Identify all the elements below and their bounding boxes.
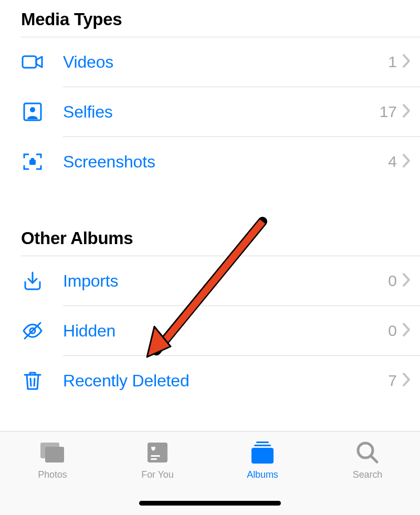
row-label: Recently Deleted	[63, 371, 388, 391]
row-videos[interactable]: Videos 1	[0, 37, 420, 87]
tab-search[interactable]: Search	[315, 439, 420, 480]
chevron-right-icon	[402, 322, 411, 339]
trash-icon	[21, 369, 63, 392]
chevron-right-icon	[402, 54, 411, 70]
row-label: Hidden	[63, 321, 388, 341]
svg-rect-3	[29, 160, 36, 165]
svg-point-2	[30, 107, 35, 112]
hidden-eye-icon	[21, 319, 63, 342]
row-count: 0	[388, 272, 397, 290]
svg-rect-18	[151, 458, 157, 460]
svg-line-7	[30, 379, 31, 386]
photos-icon	[38, 439, 67, 466]
row-count: 1	[388, 53, 397, 71]
tab-label: Search	[353, 469, 382, 480]
search-icon	[355, 439, 380, 466]
screenshot-icon	[21, 150, 63, 173]
row-screenshots[interactable]: Screenshots 4	[0, 137, 420, 186]
tab-for-you[interactable]: For You	[105, 439, 210, 480]
svg-rect-21	[251, 448, 274, 464]
import-icon	[21, 269, 63, 292]
row-recently-deleted[interactable]: Recently Deleted 7	[0, 356, 420, 405]
svg-line-8	[34, 379, 35, 386]
svg-rect-17	[151, 455, 160, 457]
chevron-right-icon	[402, 153, 411, 170]
selfie-icon	[21, 100, 63, 123]
tab-photos[interactable]: Photos	[0, 439, 105, 480]
row-selfies[interactable]: Selfies 17	[0, 87, 420, 136]
video-camera-icon	[21, 50, 63, 73]
svg-rect-19	[256, 442, 269, 443]
tab-albums[interactable]: Albums	[210, 439, 315, 480]
for-you-icon	[145, 439, 170, 466]
svg-rect-16	[148, 443, 167, 463]
tabbar: Photos For You Albums	[0, 431, 420, 515]
row-label: Imports	[63, 271, 388, 291]
home-indicator[interactable]	[139, 501, 281, 506]
row-count: 7	[388, 372, 397, 390]
albums-icon	[249, 439, 276, 466]
svg-rect-15	[45, 447, 64, 463]
svg-rect-0	[23, 56, 36, 68]
chevron-right-icon	[402, 372, 411, 389]
tab-label: Albums	[247, 469, 278, 480]
section-header-media-types: Media Types	[0, 0, 420, 37]
row-imports[interactable]: Imports 0	[0, 256, 420, 306]
row-label: Videos	[63, 52, 388, 72]
svg-rect-20	[254, 445, 271, 446]
row-hidden[interactable]: Hidden 0	[0, 306, 420, 355]
row-count: 17	[380, 103, 397, 121]
section-header-other-albums: Other Albums	[0, 186, 420, 256]
svg-line-23	[371, 456, 377, 462]
row-count: 4	[388, 153, 397, 171]
tab-label: Photos	[38, 469, 67, 480]
row-label: Screenshots	[63, 152, 388, 172]
row-label: Selfies	[63, 102, 380, 122]
chevron-right-icon	[402, 103, 411, 120]
row-count: 0	[388, 322, 397, 340]
svg-rect-4	[31, 158, 34, 160]
tab-label: For You	[141, 469, 173, 480]
chevron-right-icon	[402, 272, 411, 289]
